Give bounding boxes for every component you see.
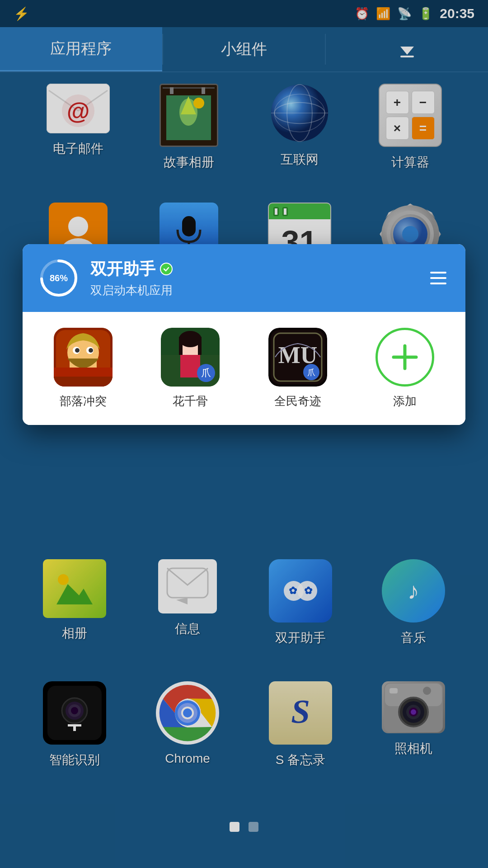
popup-app-add[interactable]: 添加 <box>356 328 455 409</box>
popup-label-coc: 部落冲突 <box>60 393 107 409</box>
svg-rect-48 <box>54 377 113 387</box>
progress-circle-container: 86% <box>38 258 79 298</box>
popup-app-hqg[interactable]: 爪 花千骨 <box>141 328 240 409</box>
svg-text:爪: 爪 <box>201 367 211 378</box>
verified-badge <box>160 263 173 275</box>
background-overlay <box>0 0 488 868</box>
popup-app-mu[interactable]: MU 爪 全民奇迹 <box>249 328 347 409</box>
popup-title-section: 双开助手 双启动本机应用 <box>90 258 416 298</box>
svg-text:爪: 爪 <box>307 368 315 377</box>
popup-subtitle: 双启动本机应用 <box>90 283 416 298</box>
menu-line-2 <box>430 277 446 279</box>
hqg-icon: 爪 <box>161 328 220 387</box>
svg-rect-55 <box>198 337 202 355</box>
popup-label-hqg: 花千骨 <box>173 393 208 409</box>
popup-card: 86% 双开助手 双启动本机应用 <box>23 244 465 425</box>
svg-text:86%: 86% <box>50 273 68 283</box>
menu-line-1 <box>430 272 446 274</box>
menu-line-3 <box>430 283 446 284</box>
popup-apps-grid: 部落冲突 爪 <box>23 312 465 425</box>
svg-point-46 <box>89 348 93 353</box>
popup-title: 双开助手 <box>90 258 416 280</box>
svg-rect-54 <box>179 337 183 355</box>
popup-label-mu: 全民奇迹 <box>274 393 321 409</box>
popup-label-add: 添加 <box>393 393 417 409</box>
mu-icon: MU 爪 <box>268 328 327 387</box>
add-icon <box>375 328 434 387</box>
popup-app-coc[interactable]: 部落冲突 <box>34 328 132 409</box>
popup-header: 86% 双开助手 双启动本机应用 <box>23 244 465 312</box>
svg-point-45 <box>75 348 80 353</box>
popup-menu-button[interactable] <box>427 267 450 289</box>
coc-icon <box>54 328 113 387</box>
